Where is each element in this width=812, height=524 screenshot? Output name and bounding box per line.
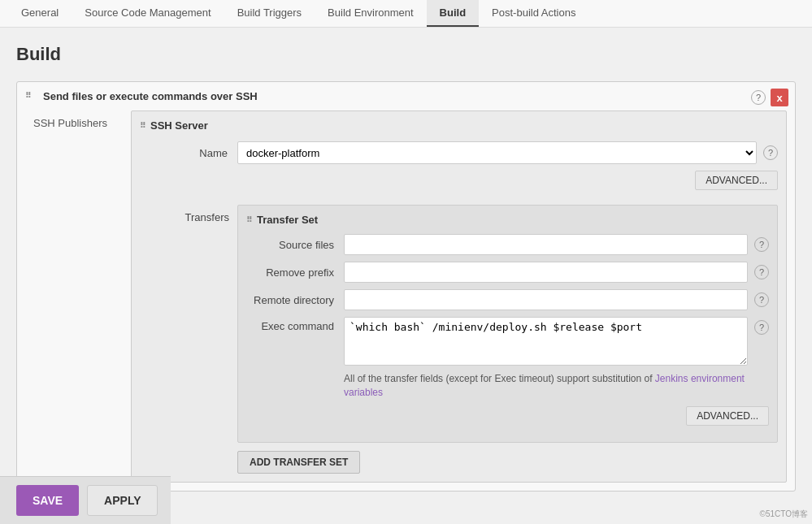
remote-directory-label: Remote directory	[246, 294, 344, 306]
tab-post-build[interactable]: Post-build Actions	[479, 0, 588, 27]
remote-directory-row: Remote directory ?	[246, 289, 769, 310]
name-label: Name	[140, 147, 237, 159]
ssh-server-section: ⠿ SSH Server Name docker-platform ? ADVA…	[131, 110, 787, 483]
name-row: Name docker-platform ?	[140, 141, 778, 164]
exec-command-help-icon[interactable]: ?	[754, 320, 769, 335]
transfer-set-title: Transfer Set	[257, 214, 318, 226]
remote-directory-control: ?	[344, 289, 769, 310]
tab-source-code[interactable]: Source Code Management	[72, 0, 224, 27]
advanced-button-transfer[interactable]: ADVANCED...	[686, 406, 769, 426]
tab-build[interactable]: Build	[427, 0, 480, 27]
plugin-section: ⠿ Send files or execute commands over SS…	[16, 81, 796, 492]
remove-prefix-input[interactable]	[344, 262, 748, 283]
transfer-set-grip-icon: ⠿	[246, 215, 252, 224]
name-control-wrapper: docker-platform ?	[237, 141, 778, 164]
grip-icon: ⠿	[25, 91, 37, 102]
advanced-button-server[interactable]: ADVANCED...	[695, 171, 778, 190]
exec-command-textarea[interactable]: `which bash` /minienv/deploy.sh $release…	[344, 317, 748, 366]
plugin-title: Send files or execute commands over SSH	[43, 90, 258, 102]
name-select[interactable]: docker-platform	[237, 141, 757, 164]
page-content: Build ⠿ Send files or execute commands o…	[0, 28, 812, 515]
apply-button[interactable]: APPLY	[87, 485, 158, 515]
tab-general[interactable]: General	[8, 0, 72, 27]
name-help-icon[interactable]: ?	[763, 145, 778, 160]
tab-build-triggers[interactable]: Build Triggers	[224, 0, 315, 27]
transfers-label: Transfers	[140, 205, 237, 474]
exec-command-control: `which bash` /minienv/deploy.sh $release…	[344, 317, 769, 366]
ssh-server-title: SSH Server	[150, 119, 208, 132]
nav-tabs: General Source Code Management Build Tri…	[0, 0, 812, 28]
transfer-set-wrapper: ⠿ Transfer Set Source files ?	[237, 205, 778, 474]
remove-prefix-help-icon[interactable]: ?	[754, 265, 769, 279]
exec-command-label: Exec command	[246, 317, 344, 332]
transfer-set-header: ⠿ Transfer Set	[246, 214, 769, 226]
page-title: Build	[16, 44, 796, 65]
remote-directory-input[interactable]	[344, 289, 748, 310]
close-button[interactable]: x	[771, 89, 788, 106]
source-files-row: Source files ?	[246, 234, 769, 255]
watermark: ©51CTO博客	[760, 509, 808, 515]
ssh-server-header: ⠿ SSH Server	[140, 119, 778, 132]
save-button[interactable]: SAVE	[16, 485, 79, 515]
plugin-help-icon[interactable]: ?	[751, 90, 766, 105]
ssh-server-grip-icon: ⠿	[140, 121, 145, 130]
source-files-control: ?	[344, 234, 769, 255]
tab-build-environment[interactable]: Build Environment	[315, 0, 427, 27]
remove-prefix-label: Remove prefix	[246, 266, 344, 279]
ssh-publishers-layout: SSH Publishers ⠿ SSH Server Name docker-…	[25, 110, 787, 483]
add-transfer-set-button[interactable]: ADD TRANSFER SET	[237, 451, 360, 474]
remove-prefix-control: ?	[344, 262, 769, 283]
source-files-input[interactable]	[344, 234, 748, 255]
exec-command-row: Exec command `which bash` /minienv/deplo…	[246, 317, 769, 366]
transfer-set-section: ⠿ Transfer Set Source files ?	[237, 205, 778, 443]
source-files-help-icon[interactable]: ?	[754, 237, 769, 252]
plugin-header: ⠿ Send files or execute commands over SS…	[25, 90, 787, 102]
source-files-label: Source files	[246, 239, 344, 251]
remote-directory-help-icon[interactable]: ?	[754, 292, 769, 307]
remove-prefix-row: Remove prefix ?	[246, 262, 769, 283]
bottom-actions: SAVE APPLY	[0, 476, 171, 515]
transfers-layout: Transfers ⠿ Transfer Set Source files	[140, 205, 778, 474]
transfer-note: All of the transfer fields (except for E…	[344, 372, 769, 400]
ssh-publishers-label: SSH Publishers	[25, 110, 131, 483]
